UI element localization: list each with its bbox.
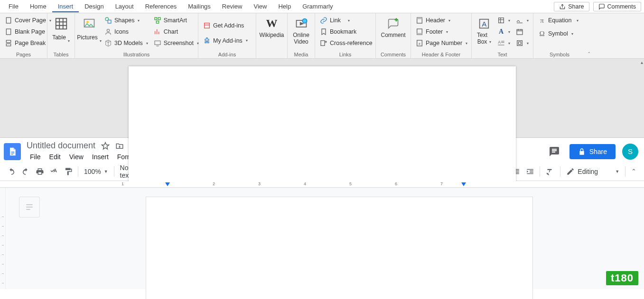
gdoc-vertical-ruler[interactable] — [0, 188, 6, 289]
word-share-button[interactable]: Share — [554, 2, 589, 11]
drop-cap-button[interactable]: A▾ — [495, 38, 512, 48]
group-label-comments: Comments — [379, 51, 408, 57]
symbol-button[interactable]: ΩSymbol▾ — [536, 28, 580, 39]
gdoc-page[interactable] — [146, 197, 533, 299]
word-tab-grammarly[interactable]: Grammarly — [297, 1, 338, 12]
group-header-footer: Header▾ Footer▾ #Page Number▾ Header & F… — [411, 13, 472, 58]
word-tab-references[interactable]: References — [140, 1, 182, 12]
shapes-button[interactable]: Shapes▾ — [103, 15, 150, 26]
get-addins-button[interactable]: Get Add-ins — [201, 20, 250, 31]
wikipedia-button[interactable]: W Wikipedia — [259, 15, 284, 40]
gdoc-horizontal-ruler[interactable]: 1 2 3 4 5 6 7 — [0, 181, 644, 188]
redo-button[interactable] — [19, 165, 32, 178]
word-tab-mailings[interactable]: Mailings — [182, 1, 216, 12]
signature-line-button[interactable]: ▾ — [514, 15, 531, 26]
cover-page-label: Cover Page — [15, 17, 46, 24]
word-document-area[interactable]: ▴ — [0, 59, 644, 137]
svg-rect-26 — [499, 18, 504, 23]
word-tab-view[interactable]: View — [248, 1, 272, 12]
3d-models-button[interactable]: 3D Models▾ — [103, 38, 150, 48]
word-comments-label: Comments — [607, 3, 636, 10]
hide-menus-button[interactable]: ⌃ — [628, 168, 639, 175]
svg-point-9 — [107, 29, 109, 32]
table-button[interactable]: Table▾ — [50, 15, 73, 44]
word-tab-file[interactable]: File — [3, 1, 24, 12]
quickparts-icon — [497, 17, 505, 24]
online-video-button[interactable]: Online Video — [290, 15, 313, 46]
comment-icon — [549, 146, 560, 157]
chevron-down-icon: ▾ — [448, 18, 450, 23]
my-addins-button[interactable]: My Add-ins▾ — [201, 36, 250, 46]
editing-mode-select[interactable]: Editing ▼ — [563, 167, 622, 176]
svg-text:#: # — [419, 42, 420, 45]
equation-button[interactable]: πEquation▾ — [536, 15, 580, 26]
move-icon[interactable] — [115, 142, 124, 150]
paint-format-button[interactable] — [62, 165, 75, 178]
word-tab-insert[interactable]: Insert — [52, 1, 79, 12]
chart-icon — [154, 28, 161, 36]
chevron-down-icon: ▾ — [466, 41, 467, 45]
group-links: Link▾ Bookmark Cross-reference Links — [315, 13, 376, 58]
print-button[interactable] — [33, 165, 47, 178]
bookmark-button[interactable]: Bookmark — [318, 27, 374, 37]
menu-view[interactable]: View — [66, 152, 87, 162]
watermark-badge: t180 — [606, 271, 638, 285]
ruler-tick: 6 — [395, 181, 397, 186]
document-title[interactable]: Untitled document — [27, 141, 95, 151]
screenshot-button[interactable]: Screenshot▾ — [152, 38, 201, 48]
clear-formatting-button[interactable] — [543, 165, 556, 178]
spellcheck-button[interactable] — [47, 165, 61, 178]
object-button[interactable]: ▾ — [514, 38, 531, 48]
word-tab-design[interactable]: Design — [79, 1, 109, 12]
menu-file[interactable]: File — [27, 152, 44, 162]
ruler-right-marker[interactable] — [461, 182, 466, 186]
increase-indent-button[interactable] — [523, 165, 537, 178]
chart-button[interactable]: Chart — [152, 27, 201, 37]
smartart-button[interactable]: SmartArt — [152, 15, 201, 26]
undo-button[interactable] — [5, 165, 18, 178]
header-button[interactable]: Header▾ — [414, 15, 469, 26]
share-icon — [559, 3, 566, 10]
ruler-indent-marker[interactable] — [165, 182, 170, 186]
svg-rect-21 — [417, 33, 422, 35]
svg-text:A: A — [482, 20, 487, 28]
pictures-button[interactable]: Pictures▾ — [78, 15, 101, 44]
word-tab-layout[interactable]: Layout — [110, 1, 140, 12]
word-comments-button[interactable]: Comments — [593, 2, 641, 11]
page-break-button[interactable]: Page Break — [3, 38, 53, 48]
menu-insert[interactable]: Insert — [89, 152, 112, 162]
chevron-down-icon: ▾ — [246, 38, 248, 43]
zoom-select[interactable]: 100%▼ — [81, 168, 111, 175]
group-label-symbols: Symbols — [536, 51, 583, 57]
cover-page-button[interactable]: Cover Page▾ — [3, 15, 53, 26]
scroll-up-icon[interactable]: ▴ — [641, 60, 643, 65]
docs-logo[interactable] — [4, 143, 21, 160]
quick-parts-button[interactable]: ▾ — [495, 15, 512, 26]
svg-point-6 — [86, 21, 89, 23]
gdoc-share-button[interactable]: Share — [569, 144, 616, 159]
date-time-button[interactable] — [514, 27, 531, 37]
menu-edit[interactable]: Edit — [46, 152, 64, 162]
star-icon[interactable] — [101, 142, 110, 150]
ribbon-collapse-button[interactable]: ⌃ — [586, 13, 592, 58]
chevron-down-icon: ▼ — [615, 169, 619, 174]
word-tab-home[interactable]: Home — [24, 1, 52, 12]
signature-icon — [516, 17, 523, 24]
wordart-button[interactable]: A▾ — [495, 27, 512, 37]
word-tab-help[interactable]: Help — [272, 1, 297, 12]
cross-reference-button[interactable]: Cross-reference — [318, 38, 374, 48]
textbox-button[interactable]: A Text Box▾ — [475, 15, 494, 46]
icons-button[interactable]: Icons — [103, 27, 150, 37]
page-number-button[interactable]: #Page Number▾ — [414, 38, 469, 48]
chevron-down-icon: ▾ — [508, 18, 510, 23]
table-icon — [54, 16, 69, 31]
account-avatar[interactable]: S — [622, 144, 638, 160]
link-button[interactable]: Link▾ — [318, 15, 374, 26]
blank-page-button[interactable]: Blank Page — [3, 27, 53, 37]
online-video-label: Online Video — [293, 32, 309, 45]
comment-button[interactable]: Comment — [379, 15, 407, 40]
open-comments-button[interactable] — [546, 143, 563, 160]
word-tab-review[interactable]: Review — [216, 1, 248, 12]
footer-button[interactable]: Footer▾ — [414, 27, 469, 37]
group-label-pages: Pages — [3, 51, 44, 57]
